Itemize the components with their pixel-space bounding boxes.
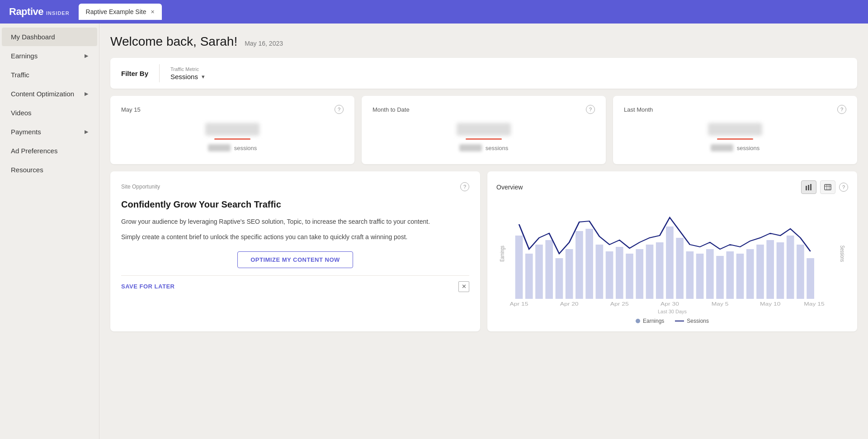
traffic-metric-select[interactable]: Sessions ▾: [170, 73, 205, 80]
stat-value-area-2: sessions: [624, 119, 846, 155]
logo-text: Raptive: [9, 6, 43, 18]
svg-rect-33: [756, 245, 764, 299]
svg-rect-36: [787, 236, 794, 299]
save-for-later-button[interactable]: SAVE FOR LATER: [121, 283, 175, 290]
welcome-title: Welcome back, Sarah!: [110, 34, 237, 49]
tab-title: Raptive Example Site: [86, 8, 146, 15]
legend-sessions: Sessions: [675, 318, 709, 324]
stat-value-area-1: sessions: [373, 119, 595, 155]
filter-metric-group: Traffic Metric Sessions ▾: [170, 66, 205, 80]
stat-underline-2: [717, 138, 753, 140]
welcome-date: May 16, 2023: [245, 40, 283, 47]
sidebar-item-videos[interactable]: Videos: [2, 104, 97, 122]
sidebar: My DashboardEarnings▶TrafficContent Opti…: [0, 24, 99, 439]
svg-rect-29: [716, 256, 724, 299]
svg-rect-20: [626, 254, 633, 299]
svg-rect-9: [515, 236, 523, 299]
legend-sessions-line: [675, 321, 684, 321]
svg-rect-26: [686, 251, 694, 299]
sidebar-item-my-dashboard[interactable]: My Dashboard: [2, 28, 97, 46]
sidebar-item-content-optimization[interactable]: Content Optimization▶: [2, 85, 97, 103]
topbar: Raptive INSIDER Raptive Example Site ×: [0, 0, 868, 24]
svg-rect-38: [807, 258, 814, 299]
svg-text:Apr 15: Apr 15: [510, 302, 528, 307]
dismiss-icon[interactable]: ✕: [458, 281, 469, 292]
sidebar-item-label: Payments: [11, 128, 41, 136]
svg-text:Apr 25: Apr 25: [610, 302, 629, 307]
period-label: Last 30 Days: [496, 309, 848, 314]
stat-header-0: May 15 ?: [121, 105, 344, 114]
chart-container: Earnings Sessions: [496, 199, 848, 308]
stat-header-2: Last Month ?: [624, 105, 846, 114]
svg-rect-16: [585, 229, 593, 299]
opp-help-icon[interactable]: ?: [460, 182, 469, 191]
svg-text:Earnings: Earnings: [499, 245, 505, 262]
browser-tab[interactable]: Raptive Example Site ×: [79, 4, 162, 20]
tab-close-icon[interactable]: ×: [151, 8, 154, 15]
sidebar-item-earnings[interactable]: Earnings▶: [2, 47, 97, 65]
sidebar-item-label: Videos: [11, 109, 32, 117]
opp-text1: Grow your audience by leveraging Raptive…: [121, 217, 469, 227]
svg-rect-27: [696, 254, 704, 299]
opp-cta-area: OPTIMIZE MY CONTENT NOW: [121, 251, 469, 268]
filter-label: Filter By: [121, 70, 148, 77]
sidebar-item-label: Content Optimization: [11, 90, 74, 98]
svg-rect-18: [606, 251, 613, 299]
logo: Raptive INSIDER: [9, 6, 70, 18]
stat-sessions-row-1: sessions: [459, 144, 509, 151]
opp-header: Site Opportunity ?: [121, 182, 469, 191]
stat-sessions-label-1: sessions: [486, 145, 509, 151]
opp-text2: Simply create a content brief to unlock …: [121, 232, 469, 242]
svg-text:May 5: May 5: [712, 302, 729, 307]
optimize-content-button[interactable]: OPTIMIZE MY CONTENT NOW: [237, 251, 353, 268]
svg-rect-15: [576, 231, 583, 299]
svg-rect-34: [766, 240, 774, 299]
chevron-down-icon: ▾: [202, 73, 205, 80]
overview-help-icon[interactable]: ?: [839, 183, 848, 192]
stat-help-icon-0[interactable]: ?: [335, 105, 344, 114]
svg-rect-30: [726, 251, 734, 299]
welcome-row: Welcome back, Sarah! May 16, 2023: [110, 34, 857, 49]
stat-help-icon-1[interactable]: ?: [586, 105, 595, 114]
stat-sessions-row-0: sessions: [208, 144, 257, 151]
svg-text:May 10: May 10: [760, 302, 781, 307]
overview-title: Overview: [496, 184, 523, 191]
svg-rect-31: [736, 254, 744, 299]
bar-chart-view-button[interactable]: [801, 180, 816, 194]
chart-legend: Earnings Sessions: [496, 318, 848, 324]
stat-card-2: Last Month ? sessions: [613, 96, 857, 164]
svg-rect-13: [556, 258, 563, 299]
sidebar-item-traffic[interactable]: Traffic: [2, 66, 97, 84]
svg-rect-17: [596, 245, 604, 299]
stat-sessions-label-0: sessions: [234, 145, 257, 151]
main-content: Welcome back, Sarah! May 16, 2023 Filter…: [99, 24, 868, 439]
legend-earnings: Earnings: [636, 318, 664, 324]
stat-sessions-label-2: sessions: [737, 145, 760, 151]
stat-sessions-value-0: [208, 144, 231, 151]
opportunity-card: Site Opportunity ? Confidently Grow Your…: [110, 171, 480, 331]
sidebar-item-resources[interactable]: Resources: [2, 160, 97, 179]
sidebar-item-label: Earnings: [11, 52, 38, 60]
stat-sessions-value-1: [459, 144, 482, 151]
stat-value-blurred-0: [205, 123, 259, 136]
sidebar-item-payments[interactable]: Payments▶: [2, 123, 97, 141]
opp-footer: SAVE FOR LATER ✕: [121, 281, 469, 292]
stat-underline-0: [214, 138, 250, 140]
stat-help-icon-2[interactable]: ?: [837, 105, 846, 114]
table-view-button[interactable]: [820, 180, 835, 194]
svg-rect-35: [777, 242, 784, 299]
opp-section-label: Site Opportunity: [121, 184, 160, 190]
stat-period-2: Last Month: [624, 106, 653, 113]
sidebar-item-label: Ad Preferences: [11, 147, 57, 155]
svg-rect-12: [545, 240, 553, 299]
stat-header-1: Month to Date ?: [373, 105, 595, 114]
svg-rect-1: [808, 185, 809, 190]
svg-rect-37: [797, 245, 804, 299]
overview-actions: ?: [801, 180, 848, 194]
svg-rect-21: [636, 249, 643, 299]
sidebar-item-ad-preferences[interactable]: Ad Preferences: [2, 142, 97, 160]
legend-earnings-label: Earnings: [643, 318, 664, 324]
legend-earnings-dot: [636, 319, 640, 323]
svg-text:Sessions: Sessions: [840, 245, 846, 262]
chevron-right-icon: ▶: [85, 53, 88, 59]
